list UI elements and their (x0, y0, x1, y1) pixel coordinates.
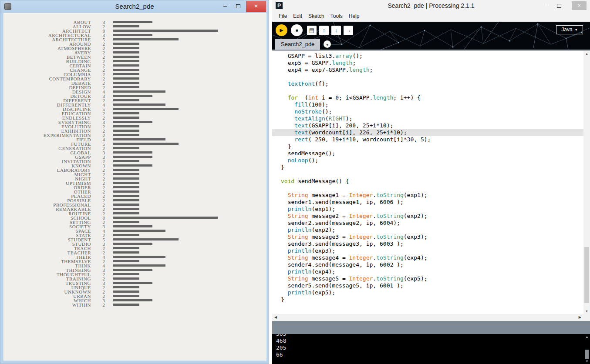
scroll-down-icon[interactable]: ▼ (583, 310, 590, 313)
save-button[interactable]: ↓ (331, 26, 341, 35)
code-line[interactable]: sender1.send(message1, ip, 6006 ); (272, 199, 583, 206)
menu-edit[interactable]: Edit (290, 11, 305, 21)
ide-maximize-button[interactable] (553, 0, 565, 10)
maximize-button[interactable] (232, 0, 244, 12)
code-line[interactable]: } (272, 143, 583, 150)
code-line[interactable]: exp5 = GSAPP.length; (272, 60, 583, 67)
code-line[interactable]: noStroke(); (272, 108, 583, 115)
menu-file[interactable]: File (276, 11, 290, 21)
new-sketch-button[interactable]: ▤ (307, 26, 317, 35)
code-line[interactable]: textAlign(RIGHT); (272, 115, 583, 122)
word-bar (113, 190, 139, 193)
code-line[interactable]: String message1 = Integer.toString(exp1)… (272, 192, 583, 199)
code-line[interactable]: println(exp1); (272, 206, 583, 213)
scroll-up-icon[interactable]: ▲ (584, 335, 590, 338)
code-line[interactable]: String message3 = Integer.toString(exp3)… (272, 234, 583, 240)
word-bar-row: TRUSTING3 (4, 281, 266, 285)
mode-selector-java[interactable]: Java▼ (556, 25, 583, 34)
ide-titlebar[interactable]: P Search2_pde | Processing 2.1.1 – × (272, 0, 590, 11)
vertical-scrollbar[interactable]: ▲ ▼ (583, 51, 590, 314)
code-line[interactable] (272, 185, 583, 192)
stop-button[interactable]: ■ (291, 24, 303, 36)
code-line[interactable]: String message2 = Integer.toString(exp2)… (272, 213, 583, 220)
code-line[interactable]: fill(100); (272, 101, 583, 108)
word-bar-row: THINKING3 (4, 268, 266, 272)
code-line[interactable]: textFont(f); (272, 80, 583, 87)
word-bar (113, 199, 139, 201)
code-line[interactable]: println(exp3); (272, 247, 583, 254)
code-line[interactable] (272, 87, 583, 94)
scrollbar-thumb[interactable] (584, 247, 589, 303)
code-line[interactable] (272, 171, 583, 178)
word-bar-row: WITHIN2 (4, 303, 266, 307)
word-count: 2 (94, 303, 105, 307)
scroll-up-icon[interactable]: ▲ (583, 52, 590, 55)
code-line[interactable] (272, 73, 583, 80)
code-line[interactable]: sender4.send(message4, ip, 6002 ); (272, 261, 583, 268)
code-line[interactable]: sender5.send(message5, ip, 6001 ); (272, 282, 583, 289)
console-scrollbar[interactable]: ▲ ▼ (584, 334, 590, 364)
word-bar-row: BETWEEN2 (4, 55, 266, 59)
menu-tools[interactable]: Tools (327, 11, 346, 21)
word-bar (113, 212, 139, 214)
word-bar (113, 121, 152, 123)
console-scrollbar-thumb[interactable] (585, 350, 589, 359)
word-bar-row: CHANGE2 (4, 68, 266, 72)
code-line[interactable]: text(wordcount[i], 226, 25+i*10); (272, 129, 583, 136)
minimize-icon: – (546, 1, 550, 8)
code-editor[interactable]: GSAPP = list3.array(); exp5 = GSAPP.leng… (272, 51, 590, 314)
tab-search2-pde[interactable]: Search2_pde (275, 39, 320, 50)
code-line[interactable]: } (272, 164, 583, 171)
scroll-down-icon[interactable]: ▼ (584, 360, 590, 363)
ide-minimize-button[interactable]: – (542, 0, 553, 10)
code-line[interactable]: String message4 = Integer.toString(exp4)… (272, 254, 583, 261)
word-bar-row: FIELD4 (4, 137, 266, 142)
word-bar-row: PROFESSIONAL2 (4, 203, 266, 207)
code-line[interactable]: noLoop(); (272, 157, 583, 164)
word-bar (113, 247, 139, 249)
sketch-window-titlebar[interactable]: Search2_pde – × (0, 0, 269, 13)
code-line[interactable]: sender2.send(message2, ip, 6004); (272, 220, 583, 227)
word-bar-row: STUDENT5 (4, 237, 266, 242)
word-bar-row: UNKNOWN2 (4, 290, 266, 294)
minimize-button[interactable]: – (219, 0, 231, 12)
word-bar (113, 104, 165, 106)
menu-sketch[interactable]: Sketch (305, 11, 327, 21)
word-bar (113, 160, 139, 162)
word-bar (113, 260, 139, 262)
code-line[interactable]: sendMessage(); (272, 150, 583, 157)
code-line[interactable]: println(exp2); (272, 227, 583, 234)
word-bar-row: INVITATION2 (4, 159, 266, 164)
code-line[interactable]: exp4 = exp7-GSAPP.length; (272, 67, 583, 73)
code-line[interactable]: GSAPP = list3.array(); (272, 53, 583, 60)
scroll-left-icon[interactable]: ◀ (274, 314, 277, 321)
word-bar (113, 256, 165, 258)
run-icon: ▶ (280, 27, 283, 33)
export-button[interactable]: → (344, 26, 353, 35)
word-bar-row: LABORATORY2 (4, 168, 266, 172)
word-bar (113, 77, 139, 80)
open-button[interactable]: ↑ (319, 26, 329, 35)
code-line[interactable]: for (int i = 0; i<GSAPP.length; i++) { (272, 94, 583, 101)
code-line[interactable]: println(exp4); (272, 268, 583, 275)
horizontal-scrollbar[interactable]: ◀ ▶ (272, 314, 590, 321)
code-line[interactable]: println(exp5); (272, 289, 583, 296)
word-bar-row: EXPERIMENTATION2 (4, 133, 266, 137)
word-bar-row: SPACE4 (4, 229, 266, 233)
code-line[interactable]: String message5 = Integer.toString(exp5)… (272, 275, 583, 282)
run-button[interactable]: ▶ (276, 24, 287, 36)
ide-close-button[interactable]: × (572, 1, 587, 10)
code-line[interactable]: void sendMessage() { (272, 178, 583, 185)
word-bar-row: COLUMBIA2 (4, 72, 266, 77)
code-line[interactable]: sender3.send(message3, ip, 6003 ); (272, 240, 583, 247)
menu-help[interactable]: Help (346, 11, 363, 21)
console-line: 468 (276, 337, 286, 344)
code-line[interactable]: rect( 250, 19+i*10, wordcount[i]*30, 5); (272, 136, 583, 143)
scroll-right-icon[interactable]: ▶ (579, 314, 581, 321)
word-bar-row: THOUGHTFUL2 (4, 272, 266, 277)
close-button[interactable]: × (246, 1, 266, 12)
tab-menu-button[interactable]: ▼ (324, 40, 331, 48)
word-bar (113, 273, 139, 275)
code-line[interactable]: } (272, 296, 583, 303)
code-line[interactable]: text(GSAPP[i], 200, 25+i*10); (272, 122, 583, 129)
